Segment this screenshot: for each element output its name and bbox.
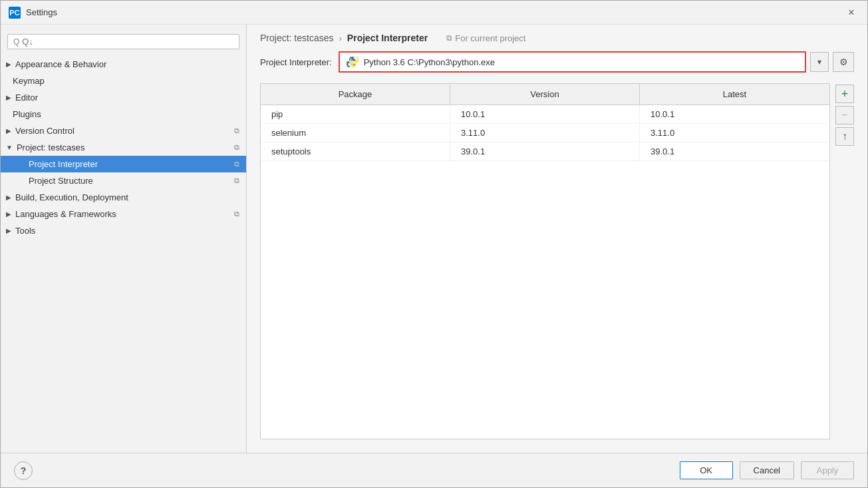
settings-dialog: PC Settings × Q ▶ Appearance & Behavior … — [0, 0, 868, 488]
table-row[interactable]: pip 10.0.1 10.0.1 — [261, 105, 829, 124]
interpreter-settings-button[interactable]: ⚙ — [833, 52, 854, 72]
table-row[interactable]: setuptools 39.0.1 39.0.1 — [261, 142, 829, 161]
cell-version-2: 3.11.0 — [450, 124, 640, 142]
table-action-buttons: + − ↑ — [835, 83, 854, 439]
copy-icon: ⧉ — [234, 176, 239, 185]
col-header-latest: Latest — [640, 84, 829, 105]
interpreter-dropdown-wrapper: Python 3.6 C:\Python3\python.exe ▾ ⚙ — [339, 51, 854, 73]
copy-small-icon: ⧉ — [446, 33, 452, 43]
sidebar-item-build-execution[interactable]: ▶ Build, Execution, Deployment — [1, 189, 246, 206]
breadcrumb-action: ⧉ For current project — [446, 33, 525, 43]
search-icon: Q — [13, 37, 19, 47]
cancel-button[interactable]: Cancel — [740, 461, 794, 479]
sidebar-item-project-interpreter[interactable]: Project Interpreter ⧉ — [1, 156, 246, 172]
interpreter-value: Python 3.6 C:\Python3\python.exe — [364, 57, 798, 67]
cell-package-3: setuptools — [261, 142, 450, 160]
search-input[interactable] — [22, 37, 233, 47]
remove-package-button[interactable]: − — [835, 106, 854, 124]
copy-icon: ⧉ — [234, 143, 239, 152]
main-panel: Project: testcases › Project Interpreter… — [247, 25, 867, 453]
upgrade-package-button[interactable]: ↑ — [835, 127, 854, 146]
chevron-down-icon: ▼ — [6, 144, 13, 151]
footer-bar: ? OK Cancel Apply — [1, 453, 867, 487]
interpreter-dropdown-arrow[interactable]: ▾ — [810, 52, 829, 72]
title-bar: PC Settings × — [1, 1, 867, 25]
svg-point-3 — [353, 64, 355, 65]
chevron-right-icon: ▶ — [6, 127, 11, 134]
breadcrumb-separator: › — [339, 33, 342, 43]
apply-button[interactable]: Apply — [801, 461, 854, 479]
sidebar-item-project-testcases[interactable]: ▼ Project: testcases ⧉ — [1, 139, 246, 156]
table-body: pip 10.0.1 10.0.1 selenium 3.11.0 3.11.0 — [261, 105, 829, 439]
package-table: Package Version Latest pip 10.0.1 10.0.1 — [260, 83, 830, 439]
breadcrumb: Project: testcases › Project Interpreter… — [247, 25, 867, 51]
sidebar: Q ▶ Appearance & Behavior Keymap ▶ Edito… — [1, 25, 247, 453]
svg-text:PC: PC — [9, 9, 19, 17]
sidebar-item-editor[interactable]: ▶ Editor — [1, 89, 246, 106]
svg-point-2 — [350, 59, 351, 60]
add-package-button[interactable]: + — [835, 85, 854, 103]
cell-package-1: pip — [261, 105, 450, 123]
table-header: Package Version Latest — [261, 84, 829, 105]
interpreter-label: Project Interpreter: — [260, 57, 332, 67]
table-area: Package Version Latest pip 10.0.1 10.0.1 — [260, 83, 854, 439]
cell-latest-2: 3.11.0 — [640, 124, 829, 142]
interpreter-row: Project Interpreter: — [260, 51, 854, 73]
chevron-right-icon: ▶ — [6, 210, 11, 218]
cell-latest-1: 10.0.1 — [640, 105, 829, 123]
sidebar-item-tools[interactable]: ▶ Tools — [1, 222, 246, 239]
copy-icon: ⧉ — [234, 160, 239, 168]
cell-package-2: selenium — [261, 124, 450, 142]
breadcrumb-parent: Project: testcases — [260, 33, 334, 43]
copy-icon: ⧉ — [234, 210, 239, 218]
sidebar-item-keymap[interactable]: Keymap — [1, 73, 246, 89]
panel-content: Project Interpreter: — [247, 51, 867, 453]
cell-latest-3: 39.0.1 — [640, 142, 829, 160]
app-icon: PC — [9, 7, 21, 19]
col-header-version: Version — [450, 84, 640, 105]
copy-icon: ⧉ — [234, 126, 239, 135]
cell-version-1: 10.0.1 — [450, 105, 640, 123]
chevron-right-icon: ▶ — [6, 94, 11, 101]
sidebar-item-version-control[interactable]: ▶ Version Control ⧉ — [1, 122, 246, 139]
table-row[interactable]: selenium 3.11.0 3.11.0 — [261, 124, 829, 142]
search-box[interactable]: Q — [7, 34, 239, 49]
gear-icon: ⚙ — [839, 57, 848, 67]
sidebar-item-project-structure[interactable]: Project Structure ⧉ — [1, 172, 246, 189]
python-logo-icon — [347, 56, 359, 68]
sidebar-item-languages-frameworks[interactable]: ▶ Languages & Frameworks ⧉ — [1, 206, 246, 222]
footer-left: ? — [14, 461, 673, 480]
content-area: Q ▶ Appearance & Behavior Keymap ▶ Edito… — [1, 25, 867, 453]
chevron-right-icon: ▶ — [6, 227, 11, 234]
chevron-right-icon: ▶ — [6, 61, 11, 68]
ok-button[interactable]: OK — [680, 461, 733, 479]
sidebar-item-appearance[interactable]: ▶ Appearance & Behavior — [1, 56, 246, 73]
breadcrumb-current: Project Interpreter — [347, 33, 428, 43]
interpreter-dropdown[interactable]: Python 3.6 C:\Python3\python.exe — [339, 51, 806, 73]
close-button[interactable]: × — [843, 5, 859, 21]
help-button[interactable]: ? — [14, 461, 33, 480]
chevron-right-icon: ▶ — [6, 194, 11, 201]
sidebar-item-plugins[interactable]: Plugins — [1, 106, 246, 122]
cell-version-3: 39.0.1 — [450, 142, 640, 160]
col-header-package: Package — [261, 84, 450, 105]
window-title: Settings — [26, 7, 843, 17]
